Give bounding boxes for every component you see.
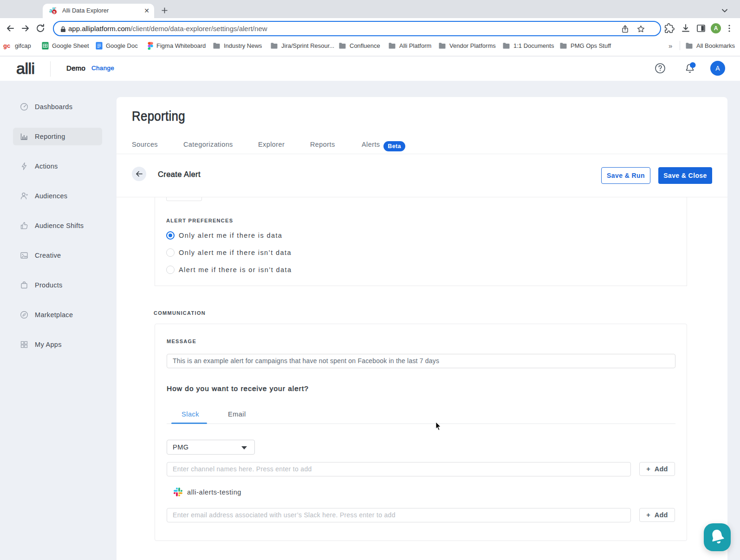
svg-text:a: a	[49, 7, 52, 14]
svg-text:gc: gc	[3, 42, 10, 49]
svg-text:5: 5	[53, 10, 56, 14]
